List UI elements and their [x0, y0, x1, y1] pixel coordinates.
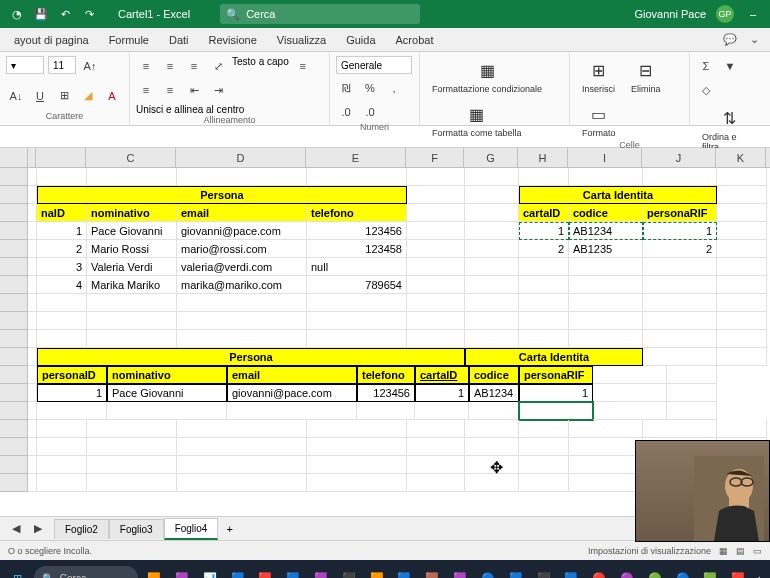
t3-h6[interactable]: codice [469, 366, 519, 384]
view-pagebreak-icon[interactable]: ▭ [753, 546, 762, 556]
cell[interactable]: giovanni@pace.com [227, 384, 357, 402]
cell[interactable]: 4 [37, 276, 87, 294]
col-header-f[interactable]: F [406, 148, 464, 167]
taskbar-app[interactable]: 🟩 [699, 564, 723, 578]
cell[interactable]: 3 [37, 258, 87, 276]
cell[interactable]: giovanni@pace.com [177, 222, 307, 240]
format-table-button[interactable]: ▦Formatta come tabella [426, 100, 528, 140]
t2-h3[interactable]: personaRIF [643, 204, 717, 222]
sheet-tab-active[interactable]: Foglio4 [164, 518, 219, 540]
cell[interactable]: 123458 [307, 240, 407, 258]
cell[interactable]: 2 [37, 240, 87, 258]
select-all-corner[interactable] [0, 148, 28, 167]
user-avatar[interactable]: GP [716, 5, 734, 23]
cell[interactable]: AB1235 [569, 240, 643, 258]
cell[interactable]: 123456 [307, 222, 407, 240]
autosum-icon[interactable]: Σ [696, 56, 716, 76]
taskbar-search[interactable]: 🔍 Cerca [34, 566, 138, 578]
col-header-g[interactable]: G [464, 148, 518, 167]
undo-icon[interactable]: ↶ [56, 5, 74, 23]
cell[interactable]: 1 [519, 222, 569, 240]
t1-h2[interactable]: nominativo [87, 204, 177, 222]
align-right-icon[interactable]: ≡ [160, 80, 180, 100]
cell[interactable]: Pace Giovanni [107, 384, 227, 402]
font-dropdown[interactable]: ▾ [6, 56, 44, 74]
taskbar-app[interactable]: 🟪 [309, 564, 333, 578]
number-format-dropdown[interactable]: Generale [336, 56, 412, 74]
col-header-k[interactable]: K [716, 148, 766, 167]
comma-icon[interactable]: , [384, 78, 404, 98]
cell[interactable]: marika@mariko.com [177, 276, 307, 294]
cell[interactable]: 1 [37, 384, 107, 402]
align-top-icon[interactable]: ≡ [136, 56, 156, 76]
col-header-c[interactable]: C [86, 148, 176, 167]
orientation-icon[interactable]: ⤢ [208, 56, 228, 76]
t3-h2[interactable]: nominativo [107, 366, 227, 384]
indent-inc-icon[interactable]: ⇥ [208, 80, 228, 100]
taskbar-app[interactable]: 🟫 [420, 564, 444, 578]
fill-icon[interactable]: ▼ [720, 56, 740, 76]
conditional-format-button[interactable]: ▦Formattazione condizionale [426, 56, 548, 96]
table3-title-persona[interactable]: Persona [37, 348, 465, 366]
col-header-d[interactable]: D [176, 148, 306, 167]
merge-button[interactable]: Unisci e allinea al centro [136, 104, 244, 115]
insert-button[interactable]: ⊞Inserisci [576, 56, 621, 96]
sort-filter-button[interactable]: ⇅Ordina e filtra [696, 104, 762, 154]
cell[interactable]: 789654 [307, 276, 407, 294]
col-header[interactable] [36, 148, 86, 167]
table2-title[interactable]: Carta Identita [519, 186, 717, 204]
col-header-e[interactable]: E [306, 148, 406, 167]
tab-acrobat[interactable]: Acrobat [388, 30, 442, 50]
currency-icon[interactable]: ₪ [336, 78, 356, 98]
comments-icon[interactable]: 💬 [720, 30, 740, 50]
taskbar-app[interactable]: ⬛ [337, 564, 361, 578]
minimize-icon[interactable]: – [744, 5, 762, 23]
cell[interactable]: 123456 [357, 384, 415, 402]
display-settings[interactable]: Impostazioni di visualizzazione [588, 546, 711, 556]
font-color-icon[interactable]: A [102, 86, 122, 106]
tray-icon[interactable]: ▲ [754, 573, 764, 579]
decrease-font-icon[interactable]: A↓ [6, 86, 26, 106]
taskbar-app[interactable]: 🔴 [587, 564, 611, 578]
sheet-tab[interactable]: Foglio3 [109, 519, 164, 539]
col-header-j[interactable]: J [642, 148, 716, 167]
cell[interactable]: 1 [519, 384, 593, 402]
taskbar-app[interactable]: 🟧 [142, 564, 166, 578]
taskbar-app[interactable]: 🟦 [504, 564, 528, 578]
cell[interactable]: Mario Rossi [87, 240, 177, 258]
t3-h3[interactable]: email [227, 366, 357, 384]
table1-title[interactable]: Persona [37, 186, 407, 204]
dec-decimal-icon[interactable]: .0 [360, 102, 380, 122]
col-header-i[interactable]: I [568, 148, 642, 167]
t2-h1[interactable]: cartaID [519, 204, 569, 222]
increase-font-icon[interactable]: A↑ [80, 56, 100, 76]
tab-formulas[interactable]: Formule [101, 30, 157, 50]
taskbar-app[interactable]: 🟦 [226, 564, 250, 578]
user-name[interactable]: Giovanni Pace [634, 8, 706, 20]
taskbar-app[interactable]: 🟥 [726, 564, 750, 578]
font-size-dropdown[interactable]: 11 [48, 56, 76, 74]
align-left-icon[interactable]: ≡ [293, 56, 313, 76]
t1-h4[interactable]: telefono [307, 204, 407, 222]
active-cell[interactable] [519, 402, 593, 420]
cell[interactable]: 2 [643, 240, 717, 258]
taskbar-app[interactable]: 🟦 [559, 564, 583, 578]
t3-h4[interactable]: telefono [357, 366, 415, 384]
taskbar-app[interactable]: 🟦 [281, 564, 305, 578]
cell[interactable]: Marika Mariko [87, 276, 177, 294]
tab-layout[interactable]: ayout di pagina [6, 30, 97, 50]
tab-review[interactable]: Revisione [201, 30, 265, 50]
tab-help[interactable]: Guida [338, 30, 383, 50]
borders-icon[interactable]: ⊞ [54, 86, 74, 106]
taskbar-app[interactable]: ⬛ [532, 564, 556, 578]
view-layout-icon[interactable]: ▤ [736, 546, 745, 556]
t1-h3[interactable]: email [177, 204, 307, 222]
view-normal-icon[interactable]: ▦ [719, 546, 728, 556]
clear-icon[interactable]: ◇ [696, 80, 716, 100]
col-header-h[interactable]: H [518, 148, 568, 167]
taskbar-app[interactable]: 🟦 [393, 564, 417, 578]
percent-icon[interactable]: % [360, 78, 380, 98]
align-mid-icon[interactable]: ≡ [160, 56, 180, 76]
table3-title-carta[interactable]: Carta Identita [465, 348, 643, 366]
tab-view[interactable]: Visualizza [269, 30, 334, 50]
